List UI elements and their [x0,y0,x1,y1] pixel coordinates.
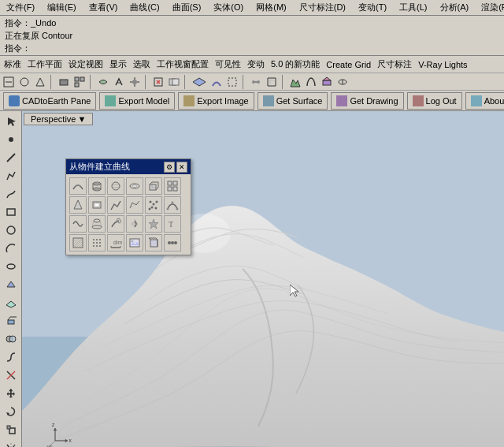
toolbar-icon-16[interactable] [288,75,302,89]
left-btn-circle[interactable] [2,222,20,239]
menu-dimension[interactable]: 尺寸标注(D) [296,1,349,14]
toolbar-create-grid[interactable]: Create Grid [324,60,373,69]
left-btn-extrude[interactable] [2,312,20,330]
menu-transform[interactable]: 变动(T) [355,1,390,14]
panel-icon-torus[interactable] [126,177,143,195]
btn-cadtoearth-pane[interactable]: CADtoEarth Pane [3,92,96,110]
toolbar-viewport-config[interactable]: 工作视窗配置 [154,58,211,70]
panel-icon-cylinder[interactable] [88,177,106,195]
toolbar-icon-6[interactable] [96,75,110,89]
svg-rect-68 [94,203,99,207]
toolbar-icon-2[interactable] [17,75,32,89]
toolbar-transform[interactable]: 变动 [245,58,267,70]
toolbar-icon-8[interactable] [128,75,142,89]
panel-icon-dots[interactable] [88,234,106,251]
viewport[interactable]: Perspective ▼ [22,111,504,447]
left-btn-fillet[interactable] [2,348,20,366]
panel-icon-mesh[interactable] [126,196,143,214]
left-btn-rotate[interactable] [2,403,20,420]
menu-surface[interactable]: 曲面(S) [169,1,205,14]
left-btn-curve[interactable] [2,185,20,203]
panel-icon-revolve[interactable] [126,215,143,233]
toolbar-standard[interactable]: 标准 [2,58,24,70]
toolbar-icon-17[interactable] [304,75,318,89]
panel-icon-sweep[interactable] [107,215,124,233]
panel-icon-grid[interactable] [164,177,181,195]
toolbar-icon-7[interactable] [112,75,126,89]
left-btn-polyline[interactable] [2,167,20,184]
float-panel-settings-btn[interactable]: ⚙ [164,162,175,173]
toolbar-display[interactable]: 显示 [107,58,129,70]
panel-icon-points[interactable] [145,196,162,214]
menu-render[interactable]: 渲染(R) [478,1,504,14]
panel-icon-loft[interactable] [88,215,106,233]
toolbar-icon-12[interactable] [209,75,224,89]
toolbar-icon-19[interactable] [335,75,350,89]
menu-curve[interactable]: 曲线(C) [127,1,162,14]
left-btn-rectangle[interactable] [2,203,20,221]
toolbar-icon-3[interactable] [33,75,47,89]
float-panel[interactable]: 从物件建立曲线 ⚙ ✕ [65,158,191,255]
toolbar-icon-14[interactable] [249,75,263,89]
toolbar-new-features[interactable]: 5.0 的新功能 [269,58,322,70]
panel-icon-patch[interactable] [69,215,87,233]
panel-icon-star[interactable] [145,215,162,233]
menu-tools[interactable]: 工具(L) [396,1,430,14]
left-btn-point[interactable] [2,131,20,148]
left-btn-plane[interactable] [2,294,20,311]
panel-icon-cone[interactable] [69,196,87,214]
panel-icon-text[interactable]: T [164,215,181,233]
left-btn-move[interactable] [2,385,20,402]
btn-export-image[interactable]: Export Image [178,92,254,110]
panel-icon-hatch[interactable] [69,234,87,251]
panel-icon-contour[interactable] [69,177,87,195]
panel-icon-pipe[interactable] [88,196,106,214]
panel-icon-annotate[interactable]: dim [107,234,124,251]
btn-get-surface[interactable]: Get Surface [258,92,328,110]
menu-mesh[interactable]: 网格(M) [253,1,290,14]
toolbar-setview[interactable]: 设定视图 [66,58,106,70]
left-btn-arc[interactable] [2,240,20,257]
toolbar-icon-15[interactable] [265,75,279,89]
panel-icon-sphere[interactable] [107,177,124,195]
viewport-label[interactable]: Perspective ▼ [24,113,93,125]
menu-analyze[interactable]: 分析(A) [437,1,472,14]
menu-solid[interactable]: 实体(O) [210,1,246,14]
toolbar-icon-10[interactable] [167,75,181,89]
left-btn-ellipse[interactable] [2,258,20,275]
btn-about[interactable]: About [465,92,504,110]
left-btn-surface[interactable] [2,276,20,293]
toolbar-icon-1[interactable] [2,75,16,89]
btn-export-model[interactable]: Export Model [99,92,175,110]
toolbar-dimension[interactable]: 尺寸标注 [375,58,414,70]
float-panel-title-bar[interactable]: 从物件建立曲线 ⚙ ✕ [66,159,191,174]
left-btn-trim[interactable] [2,367,20,384]
toolbar-icon-9[interactable] [151,75,165,89]
toolbar-icon-18[interactable] [320,75,334,89]
toolbar-icon-11[interactable] [191,75,208,89]
panel-icon-block[interactable] [145,234,162,251]
panel-icon-nurbs[interactable] [164,196,181,214]
toolbar-vray[interactable]: V-Ray Lights [416,60,469,69]
toolbar-select[interactable]: 选取 [131,58,153,70]
left-btn-mirror[interactable] [2,439,20,447]
panel-icon-box[interactable] [145,177,162,195]
toolbar-visibility[interactable]: 可见性 [213,58,243,70]
toolbar-workplane[interactable]: 工作平面 [25,58,65,70]
left-btn-scale[interactable] [2,421,20,438]
menu-file[interactable]: 文件(F) [3,1,38,14]
left-btn-line[interactable] [2,149,20,166]
float-panel-close-btn[interactable]: ✕ [176,162,187,173]
panel-icon-more[interactable] [164,234,181,251]
btn-get-drawing[interactable]: Get Drawing [331,92,403,110]
panel-icon-picture[interactable] [126,234,143,251]
left-btn-boolean[interactable] [2,330,20,348]
btn-log-out[interactable]: Log Out [407,92,462,110]
menu-view[interactable]: 查看(V) [86,1,121,14]
toolbar-icon-13[interactable] [225,75,239,89]
left-btn-select[interactable] [2,113,20,130]
toolbar-icon-5[interactable] [72,75,87,89]
menu-edit[interactable]: 编辑(E) [44,1,80,14]
panel-icon-surface2[interactable] [107,196,124,214]
toolbar-icon-4[interactable] [57,75,71,89]
